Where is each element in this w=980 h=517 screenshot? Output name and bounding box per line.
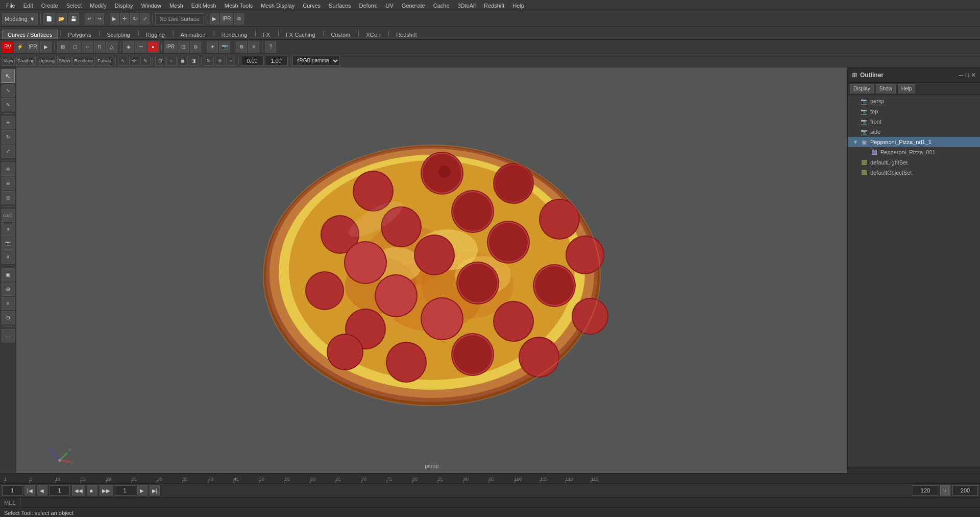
tree-item-front[interactable]: 📷 front — [848, 116, 980, 127]
view-menu-btn[interactable]: View — [2, 56, 15, 66]
tab-fx-caching[interactable]: FX Caching — [280, 30, 321, 39]
cone-btn[interactable]: △ — [106, 41, 117, 53]
menu-edit[interactable]: Edit — [19, 2, 37, 10]
menu-edit-mesh[interactable]: Edit Mesh — [187, 2, 220, 10]
mode-dropdown[interactable]: Modeling ▼ — [2, 13, 38, 25]
tab-redshift[interactable]: Redshift — [390, 30, 422, 39]
snap-btn[interactable]: ⊕ — [215, 56, 225, 66]
mel-input[interactable] — [20, 500, 980, 506]
shading-menu-btn[interactable]: Shading — [16, 56, 36, 66]
move-tool-lt[interactable]: ✛ — [2, 116, 15, 129]
save-scene-btn[interactable]: 💾 — [68, 13, 79, 25]
render-options-btn[interactable]: ⚙ — [234, 13, 244, 25]
menu-select[interactable]: Select — [62, 2, 86, 10]
tree-item-pizza-group[interactable]: ▼ ▣ Pepperoni_Pizza_nd1_1 — [848, 137, 980, 147]
tab-xgen[interactable]: XGen — [360, 30, 386, 39]
paint-icon-btn[interactable]: ✎ — [140, 56, 151, 66]
render-settings-btn[interactable]: ⚙ — [236, 41, 247, 53]
snap-lt[interactable]: ⊕ — [2, 162, 15, 176]
menu-mesh-tools[interactable]: Mesh Tools — [220, 2, 257, 10]
panels-menu-btn[interactable]: Panels — [96, 56, 113, 66]
tree-item-persp[interactable]: 📷 persp — [848, 96, 980, 106]
select-tool-btn[interactable]: ▶ — [110, 13, 119, 25]
transform-icon-btn[interactable]: ✛ — [129, 56, 139, 66]
tree-item-top[interactable]: 📷 top — [848, 106, 980, 116]
menu-mesh[interactable]: Mesh — [165, 2, 187, 10]
undo-btn[interactable]: ↩ — [85, 13, 94, 25]
move-tool-btn[interactable]: ✛ — [120, 13, 129, 25]
render-region-lt[interactable]: ▣ — [2, 268, 15, 281]
menu-modify[interactable]: Modify — [86, 2, 110, 10]
play-back-btn[interactable]: ◀◀ — [72, 485, 85, 496]
poly-btn[interactable]: ◈ — [123, 41, 134, 53]
y-field[interactable]: 1.00 — [265, 56, 288, 66]
menu-uv[interactable]: UV — [382, 2, 398, 10]
prev-key-btn[interactable]: |◀ — [24, 485, 35, 496]
tree-item-objectset[interactable]: defaultObjectSet — [848, 168, 980, 178]
menu-3dtall[interactable]: 3DtoAll — [454, 2, 480, 10]
outliner-close-btn[interactable]: ✕ — [971, 72, 976, 79]
outliner-maximize-btn[interactable]: □ — [965, 72, 969, 79]
render-view-lt[interactable]: ⊟ — [2, 311, 15, 324]
menu-cache[interactable]: Cache — [429, 2, 454, 10]
tree-item-pizza-mesh[interactable]: Pepperoni_Pizza_001 — [848, 147, 980, 157]
smooth-btn[interactable]: ○ — [166, 56, 177, 66]
scale-tool-btn[interactable]: ⤢ — [140, 13, 150, 25]
show-geo-lt[interactable]: GEO — [2, 209, 15, 222]
rotate-tool-btn[interactable]: ↻ — [130, 13, 139, 25]
render-btn[interactable]: ▶ — [40, 41, 52, 53]
ipr5-btn[interactable]: ⊜ — [190, 41, 201, 53]
stop-btn[interactable]: ■ — [87, 485, 97, 496]
menu-display[interactable]: Display — [111, 2, 137, 10]
show-lights-lt[interactable]: ☀ — [2, 223, 15, 236]
paint-tool-lt[interactable]: ✎ — [2, 98, 15, 111]
pivot-lt[interactable]: ◎ — [2, 191, 15, 204]
show-grid-lt[interactable]: # — [2, 250, 15, 264]
outliner-display-btn[interactable]: Display — [850, 84, 874, 93]
menu-surfaces[interactable]: Surfaces — [325, 2, 355, 10]
menu-file[interactable]: File — [2, 2, 19, 10]
scale-tool-lt[interactable]: ⤢ — [2, 145, 15, 158]
sound-btn[interactable]: ♪ — [940, 485, 950, 496]
sphere-btn[interactable]: ○ — [82, 41, 93, 53]
render-log-btn[interactable]: ≡ — [248, 41, 259, 53]
tab-animation[interactable]: Animation — [175, 30, 211, 39]
tree-item-lightset[interactable]: defaultLightSet — [848, 157, 980, 168]
menu-help[interactable]: Help — [508, 2, 528, 10]
show-menu-btn[interactable]: Show — [57, 56, 72, 66]
render-preview-btn[interactable]: ▶ — [210, 13, 219, 25]
grid-btn[interactable]: ⊞ — [57, 41, 68, 53]
tree-item-side[interactable]: 📷 side — [848, 127, 980, 137]
open-scene-btn[interactable]: 📂 — [56, 13, 67, 25]
tab-rendering[interactable]: Rendering — [215, 30, 253, 39]
next-frame-btn[interactable]: ▶ — [137, 485, 148, 496]
ipr3-btn[interactable]: IPR — [164, 41, 177, 53]
x-field[interactable]: 0.00 — [241, 56, 264, 66]
menu-window[interactable]: Window — [137, 2, 165, 10]
display-frame-field[interactable]: 1 — [115, 485, 135, 496]
curve-btn[interactable]: 〜 — [135, 41, 146, 53]
snap2-btn[interactable]: + — [226, 56, 236, 66]
tab-polygons[interactable]: Polygons — [62, 30, 96, 39]
menu-create[interactable]: Create — [37, 2, 62, 10]
camera-btn[interactable]: 📷 — [219, 41, 230, 53]
viewport[interactable]: persp Y Z X — [16, 67, 847, 473]
start-frame-field[interactable]: 1 — [2, 485, 22, 496]
redo-btn[interactable]: ↪ — [95, 13, 104, 25]
menu-mesh-display[interactable]: Mesh Display — [257, 2, 299, 10]
render-sequence-lt[interactable]: ≡ — [2, 297, 15, 310]
light-btn[interactable]: ☀ — [207, 41, 218, 53]
menu-redshift[interactable]: Redshift — [480, 2, 508, 10]
renderer-menu-btn[interactable]: Renderer — [72, 56, 95, 66]
red-circle-btn[interactable]: ● — [148, 41, 159, 53]
tab-curves-surfaces[interactable]: Curves / Surfaces — [2, 30, 58, 39]
lasso-tool-lt[interactable]: ⤡ — [2, 84, 15, 97]
rv-btn[interactable]: RV — [2, 41, 13, 53]
next-key-btn[interactable]: ▶| — [150, 485, 160, 496]
render-ipr-btn[interactable]: IPR — [220, 13, 234, 25]
ipr2-btn[interactable]: IPR — [27, 41, 39, 53]
new-scene-btn[interactable]: 📄 — [43, 13, 55, 25]
ipr-btn[interactable]: ⚡ — [14, 41, 26, 53]
rotate-tool-lt[interactable]: ↻ — [2, 130, 15, 144]
current-frame-field[interactable]: 1 — [50, 485, 70, 496]
